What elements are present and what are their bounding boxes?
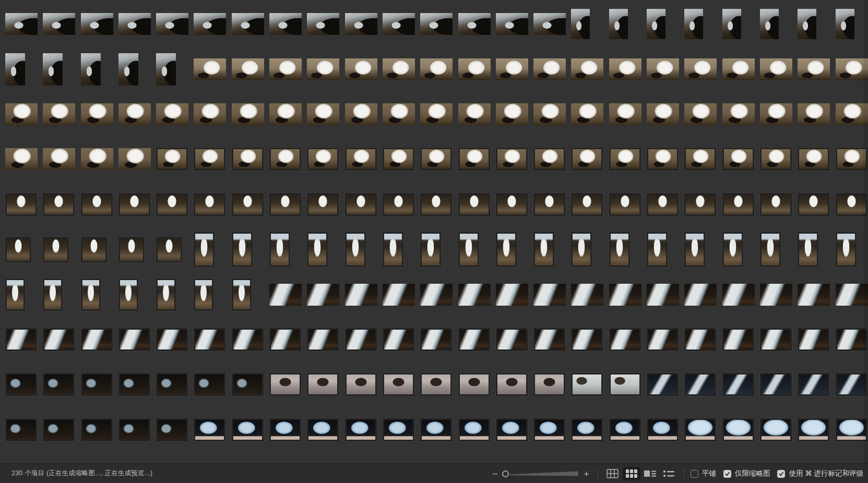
photo-thumbnail[interactable] xyxy=(684,232,705,267)
photo-thumbnail[interactable] xyxy=(684,148,716,171)
photo-thumbnail[interactable] xyxy=(420,232,441,267)
photo-thumbnail[interactable] xyxy=(571,284,603,306)
photo-thumbnail[interactable] xyxy=(836,418,867,441)
photo-thumbnail[interactable] xyxy=(722,328,754,351)
photo-thumbnail[interactable] xyxy=(194,279,213,311)
photo-thumbnail[interactable] xyxy=(760,9,779,39)
photo-thumbnail[interactable] xyxy=(307,58,339,80)
photo-thumbnail[interactable] xyxy=(81,193,113,216)
photo-thumbnail[interactable] xyxy=(609,328,641,351)
photo-thumbnail[interactable] xyxy=(345,148,377,171)
photo-thumbnail[interactable] xyxy=(156,328,188,351)
photo-thumbnail[interactable] xyxy=(571,103,603,125)
photo-thumbnail[interactable] xyxy=(5,193,37,216)
photo-thumbnail[interactable] xyxy=(43,53,63,86)
photo-thumbnail[interactable] xyxy=(458,232,479,267)
thumbnail-size-slider[interactable] xyxy=(502,469,579,478)
photo-thumbnail[interactable] xyxy=(458,373,490,396)
photo-thumbnail[interactable] xyxy=(798,9,816,39)
photo-thumbnail[interactable] xyxy=(533,284,566,306)
photo-thumbnail[interactable] xyxy=(533,148,565,171)
photo-thumbnail[interactable] xyxy=(684,373,716,396)
slider-track[interactable] xyxy=(509,470,578,477)
photo-thumbnail[interactable] xyxy=(496,103,528,125)
photo-thumbnail[interactable] xyxy=(722,148,754,171)
photo-thumbnail[interactable] xyxy=(420,284,453,306)
photo-thumbnail[interactable] xyxy=(496,193,528,216)
photo-thumbnail[interactable] xyxy=(722,284,755,306)
photo-thumbnail[interactable] xyxy=(496,373,528,396)
photo-thumbnail[interactable] xyxy=(156,237,182,262)
photo-thumbnail[interactable] xyxy=(722,232,743,267)
photo-thumbnail[interactable] xyxy=(458,193,490,216)
photo-thumbnail[interactable] xyxy=(533,58,566,80)
photo-thumbnail[interactable] xyxy=(722,58,755,80)
photo-thumbnail[interactable] xyxy=(458,328,490,351)
photo-thumbnail[interactable] xyxy=(684,328,716,351)
photo-thumbnail[interactable] xyxy=(118,53,138,86)
photo-thumbnail[interactable] xyxy=(5,328,37,351)
photo-thumbnail[interactable] xyxy=(232,418,264,441)
photo-thumbnail[interactable] xyxy=(647,193,679,216)
photo-thumbnail[interactable] xyxy=(194,58,226,80)
photo-thumbnail[interactable] xyxy=(43,237,69,262)
photo-thumbnail[interactable] xyxy=(383,232,403,267)
photo-thumbnail[interactable] xyxy=(798,284,830,306)
photo-thumbnail[interactable] xyxy=(269,103,302,125)
cmd-rating-checkbox[interactable] xyxy=(777,470,785,478)
photo-thumbnail[interactable] xyxy=(345,193,377,216)
photo-thumbnail[interactable] xyxy=(118,418,150,441)
photo-thumbnail[interactable] xyxy=(609,58,641,80)
photo-thumbnail[interactable] xyxy=(609,9,628,39)
photo-thumbnail[interactable] xyxy=(307,418,339,441)
photo-thumbnail[interactable] xyxy=(684,418,716,441)
photo-thumbnail[interactable] xyxy=(43,373,75,396)
photo-thumbnail[interactable] xyxy=(43,193,75,216)
photo-thumbnail[interactable] xyxy=(836,9,854,39)
photo-thumbnail[interactable] xyxy=(647,418,679,441)
photo-thumbnail[interactable] xyxy=(496,232,517,267)
photo-thumbnail[interactable] xyxy=(345,328,377,351)
photo-thumbnail[interactable] xyxy=(533,193,565,216)
photo-thumbnail[interactable] xyxy=(307,148,339,171)
photo-thumbnail[interactable] xyxy=(81,13,113,35)
photo-thumbnail[interactable] xyxy=(798,148,829,171)
thumbnails-only-checkbox-label[interactable]: 仅限缩略图 xyxy=(735,469,770,478)
photo-thumbnail[interactable] xyxy=(609,148,641,171)
photo-thumbnail[interactable] xyxy=(269,418,301,441)
tile-checkbox[interactable] xyxy=(691,470,698,478)
photo-thumbnail[interactable] xyxy=(496,284,528,306)
photo-thumbnail[interactable] xyxy=(420,193,452,216)
photo-thumbnail[interactable] xyxy=(345,418,377,441)
photo-thumbnail[interactable] xyxy=(647,148,679,171)
photo-thumbnail[interactable] xyxy=(420,373,452,396)
photo-thumbnail[interactable] xyxy=(269,13,302,35)
photo-thumbnail[interactable] xyxy=(156,148,188,171)
photo-thumbnail[interactable] xyxy=(420,148,452,171)
photo-thumbnail[interactable] xyxy=(420,58,453,80)
photo-thumbnail[interactable] xyxy=(798,373,829,396)
photo-thumbnail[interactable] xyxy=(269,58,302,80)
photo-thumbnail[interactable] xyxy=(43,103,75,125)
photo-thumbnail[interactable] xyxy=(269,284,302,306)
photo-thumbnail[interactable] xyxy=(269,328,301,351)
photo-thumbnail[interactable] xyxy=(118,328,150,351)
photo-thumbnail[interactable] xyxy=(420,13,453,35)
photo-thumbnail[interactable] xyxy=(609,284,641,306)
photo-thumbnail[interactable] xyxy=(798,103,830,125)
photo-thumbnail[interactable] xyxy=(609,418,641,441)
slider-knob[interactable] xyxy=(502,470,509,477)
photo-thumbnail[interactable] xyxy=(836,193,867,216)
photo-thumbnail[interactable] xyxy=(43,279,63,311)
photo-thumbnail[interactable] xyxy=(269,232,290,267)
photo-thumbnail[interactable] xyxy=(684,9,703,39)
photo-thumbnail[interactable] xyxy=(458,58,491,80)
photo-thumbnail[interactable] xyxy=(647,284,679,306)
photo-thumbnail[interactable] xyxy=(571,328,603,351)
photo-thumbnail[interactable] xyxy=(81,279,101,311)
photo-thumbnail[interactable] xyxy=(269,193,301,216)
photo-thumbnail[interactable] xyxy=(43,418,75,441)
photo-thumbnail[interactable] xyxy=(533,373,565,396)
photo-thumbnail[interactable] xyxy=(684,284,717,306)
photo-thumbnail[interactable] xyxy=(118,373,150,396)
